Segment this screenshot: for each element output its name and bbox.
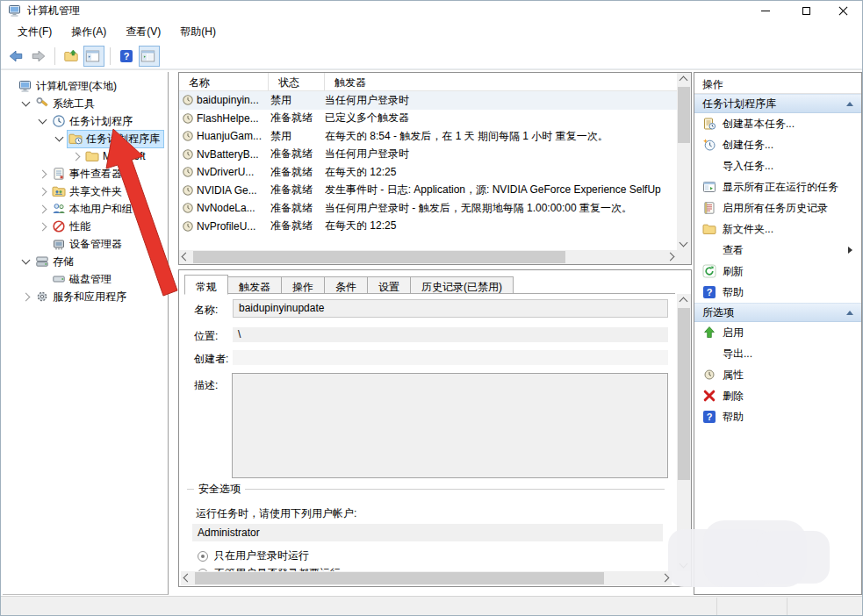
expander-collapsed-icon[interactable] xyxy=(39,187,47,196)
menu-view[interactable]: 查看(V) xyxy=(116,22,170,42)
show-console-tree-toggle[interactable] xyxy=(83,46,104,67)
action-item-导入任务...[interactable]: 导入任务... xyxy=(694,155,861,176)
scrollbar-thumb[interactable] xyxy=(193,251,565,263)
task-row-HuanjuGam...[interactable]: HuanjuGam...禁用在每天的 8:54 - 触发后，在 1 天 期间每隔… xyxy=(179,127,677,146)
task-trigger: 发生事件时 - 日志: Application，源: NVIDIA GeForc… xyxy=(325,183,677,197)
action-section-header-任务计划程序库[interactable]: 任务计划程序库 xyxy=(694,94,861,113)
toolbar xyxy=(1,43,862,69)
services-icon xyxy=(35,290,49,304)
task-row-FlashHelpe...[interactable]: FlashHelpe...准备就绪已定义多个触发器 xyxy=(179,110,677,128)
tree-item-系统工具[interactable]: 系统工具 xyxy=(3,95,168,112)
tree-item-label: 磁盘管理 xyxy=(69,272,111,287)
action-item-帮助[interactable]: 帮助 xyxy=(694,406,861,427)
tree-item-事件查看器[interactable]: 事件查看器 xyxy=(3,165,168,183)
action-item-查看[interactable]: 查看 xyxy=(694,240,861,261)
action-item-删除[interactable]: 删除 xyxy=(694,385,861,406)
clock-icon xyxy=(52,114,66,128)
action-item-创建基本任务...[interactable]: 创建基本任务... xyxy=(694,113,861,134)
task-row-NVIDIA Ge...[interactable]: NVIDIA Ge...准备就绪发生事件时 - 日志: Application，… xyxy=(179,182,677,200)
tree-item-highlight: 设备管理器 xyxy=(51,236,126,253)
expander-collapsed-icon[interactable] xyxy=(39,222,47,231)
task-icon xyxy=(182,112,194,125)
tab-设置[interactable]: 设置 xyxy=(368,276,411,294)
task-row-NvDriverU...[interactable]: NvDriverU...准备就绪在每天的 12:25 xyxy=(179,163,677,182)
task-list-vertical-scrollbar[interactable] xyxy=(677,73,691,250)
tree-item-磁盘管理[interactable]: 磁盘管理 xyxy=(3,270,168,288)
task-row-baidupinyin...[interactable]: baidupinyin...禁用当任何用户登录时 xyxy=(179,91,677,110)
back-button[interactable] xyxy=(5,46,26,67)
device-icon xyxy=(52,237,66,251)
tree-item-设备管理器[interactable]: 设备管理器 xyxy=(3,235,168,253)
scroll-down-icon[interactable] xyxy=(680,239,688,247)
column-header-status[interactable]: 状态 xyxy=(269,73,325,90)
tab-常规[interactable]: 常规 xyxy=(184,275,228,295)
column-header-name[interactable]: 名称 xyxy=(179,73,269,90)
expander-collapsed-icon[interactable] xyxy=(22,292,31,301)
tab-条件[interactable]: 条件 xyxy=(325,276,368,294)
expander-expanded-icon[interactable] xyxy=(22,98,31,107)
action-item-创建任务...[interactable]: 创建任务... xyxy=(694,134,861,155)
radio-run-only-logged-on[interactable]: 只在用户登录时运行 xyxy=(198,548,309,563)
close-button[interactable] xyxy=(830,1,856,20)
expander-expanded-icon[interactable] xyxy=(22,256,31,265)
menu-action[interactable]: 操作(A) xyxy=(61,22,116,42)
scrollbar-thumb[interactable] xyxy=(678,87,690,143)
scroll-right-icon[interactable] xyxy=(666,253,675,261)
details-vertical-scrollbar[interactable] xyxy=(677,294,691,571)
description-label: 描述: xyxy=(194,378,218,393)
task-row-NvBatteryB...[interactable]: NvBatteryB...准备就绪当任何用户登录时 xyxy=(179,146,677,164)
scrollbar-thumb[interactable] xyxy=(678,308,690,480)
tree-item-共享文件夹[interactable]: 共享文件夹 xyxy=(3,183,168,200)
tree-item-任务计划程序[interactable]: 任务计划程序 xyxy=(3,112,168,130)
scroll-right-icon[interactable] xyxy=(661,574,670,583)
no-expander xyxy=(6,83,12,90)
tree-item-性能[interactable]: 性能 xyxy=(3,218,168,235)
tree-item-存储[interactable]: 存储 xyxy=(3,253,168,270)
show-action-pane-toggle[interactable] xyxy=(139,46,160,67)
maximize-button[interactable] xyxy=(793,1,819,20)
scroll-up-icon[interactable] xyxy=(680,297,688,306)
tree-item-Microsoft[interactable]: Microsoft xyxy=(3,147,168,165)
menu-file[interactable]: 文件(F) xyxy=(8,22,61,42)
help-button[interactable] xyxy=(116,46,137,67)
action-item-刷新[interactable]: 刷新 xyxy=(694,261,861,282)
expander-expanded-icon[interactable] xyxy=(39,116,47,125)
tree-item-任务计划程序库[interactable]: 任务计划程序库 xyxy=(3,130,168,147)
scrollbar-thumb[interactable] xyxy=(195,572,604,584)
minimize-button[interactable] xyxy=(752,1,779,20)
tree-item-本地用户和组[interactable]: 本地用户和组 xyxy=(3,200,168,218)
scroll-up-icon[interactable] xyxy=(680,76,688,85)
radio-selected-icon xyxy=(198,551,208,562)
details-horizontal-scrollbar[interactable] xyxy=(181,571,672,585)
task-trigger: 在每天的 8:54 - 触发后，在 1 天 期间每隔 1 小时 重复一次。 xyxy=(325,129,677,144)
action-item-显示所有正在运行的任务[interactable]: 显示所有正在运行的任务 xyxy=(694,176,861,197)
tree-item-服务和应用程序[interactable]: 服务和应用程序 xyxy=(3,288,168,305)
tab-历史记录(已禁用)[interactable]: 历史记录(已禁用) xyxy=(411,276,514,294)
task-row-NvNodeLa...[interactable]: NvNodeLa...准备就绪当任何用户登录时 - 触发后，无限期地每隔 1.0… xyxy=(179,199,677,218)
scroll-down-icon[interactable] xyxy=(680,560,688,569)
action-item-帮助[interactable]: 帮助 xyxy=(694,282,861,303)
up-one-level-button[interactable] xyxy=(61,46,82,67)
action-item-启用所有任务历史记录[interactable]: 启用所有任务历史记录 xyxy=(694,197,861,218)
expander-expanded-icon[interactable] xyxy=(55,133,64,142)
expander-collapsed-icon[interactable] xyxy=(39,169,47,178)
tab-操作[interactable]: 操作 xyxy=(282,276,325,294)
tab-触发器[interactable]: 触发器 xyxy=(228,276,282,294)
column-header-trigger[interactable]: 触发器 xyxy=(325,73,677,90)
action-item-启用[interactable]: 启用 xyxy=(694,322,861,343)
status-bar xyxy=(1,596,863,616)
action-section-header-所选项[interactable]: 所选项 xyxy=(694,303,861,322)
expander-collapsed-icon[interactable] xyxy=(72,152,81,161)
tree-item-highlight: 本地用户和组 xyxy=(51,201,136,218)
menu-help[interactable]: 帮助(H) xyxy=(170,22,226,42)
task-list-horizontal-scrollbar[interactable] xyxy=(179,250,677,264)
tree-item-计算机管理(本地)[interactable]: 计算机管理(本地) xyxy=(3,77,168,95)
action-item-导出...[interactable]: 导出... xyxy=(694,343,861,364)
action-item-属性[interactable]: 属性 xyxy=(694,364,861,385)
forward-button[interactable] xyxy=(28,46,49,67)
expander-collapsed-icon[interactable] xyxy=(39,204,47,213)
action-item-新文件夹...[interactable]: 新文件夹... xyxy=(694,218,861,240)
scroll-left-icon[interactable] xyxy=(182,253,191,261)
scroll-left-icon[interactable] xyxy=(183,574,192,583)
task-row-NvProfileU...[interactable]: NvProfileU...准备就绪在每天的 12:25 xyxy=(179,218,677,236)
